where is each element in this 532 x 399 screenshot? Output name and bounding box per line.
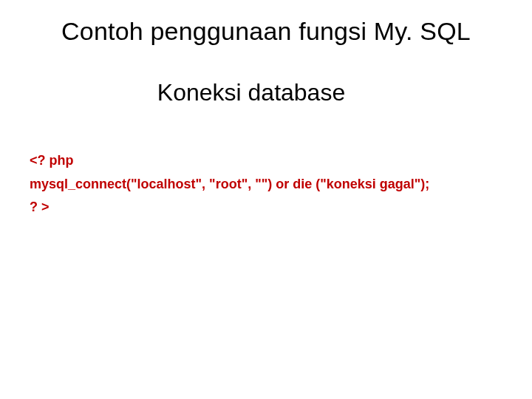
code-line-3: ? > (30, 196, 502, 219)
slide-container: Contoh penggunaan fungsi My. SQL Koneksi… (0, 0, 532, 399)
slide-title: Contoh penggunaan fungsi My. SQL (30, 17, 502, 46)
slide-subtitle: Koneksi database (0, 79, 502, 106)
code-block: <? php mysql_connect("localhost", "root"… (30, 149, 502, 219)
code-line-2: mysql_connect("localhost", "root", "") o… (30, 173, 502, 197)
code-line-1: <? php (30, 149, 502, 173)
